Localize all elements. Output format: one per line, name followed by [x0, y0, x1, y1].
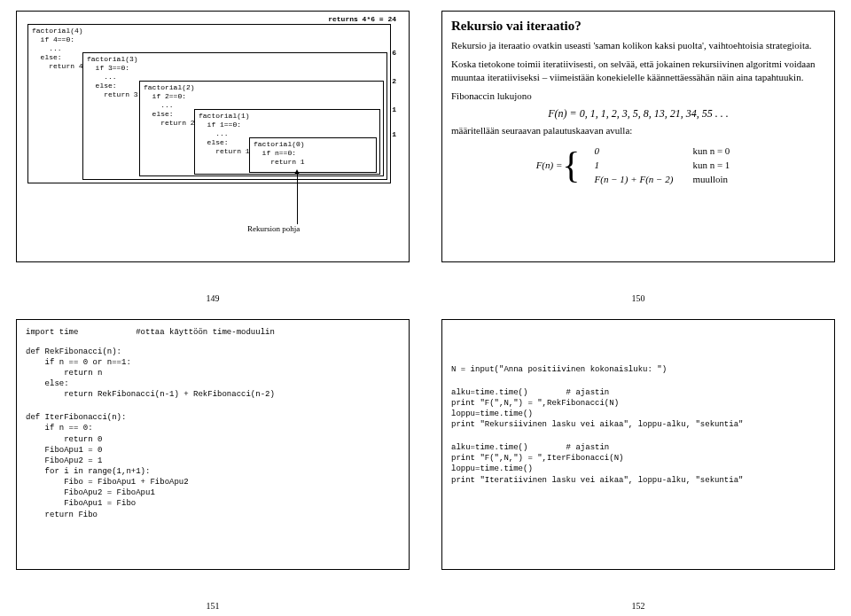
slide-152: N = input("Anna positiivinen kokonaisluk…	[426, 308, 851, 617]
code-box0: factorial(0) if n==0: return 1	[254, 140, 372, 167]
slide-150: Rekursio vai iteraatio? Rekursio ja iter…	[426, 0, 851, 308]
slide-151-body: import time #ottaa käyttöön time-moduuli…	[16, 319, 410, 571]
arrow-up-icon	[297, 173, 298, 224]
recursion-box-0: factorial(0) if n==0: return 1	[249, 137, 377, 173]
para-3: Fibonaccin lukujono	[451, 90, 825, 103]
rek-timer-block: alku=time.time() # ajastin print "F(",N,…	[451, 387, 825, 431]
case1-cond: kun n = 0	[683, 144, 738, 157]
page-number-152: 152	[426, 601, 851, 611]
page-number-150: 150	[426, 293, 851, 303]
fibonacci-sequence: F(n) = 0, 1, 1, 2, 3, 5, 8, 13, 21, 34, …	[451, 107, 825, 121]
page-number-149: 149	[0, 293, 426, 303]
case3-val: F(n − 1) + F(n − 2)	[586, 173, 683, 185]
slide-150-body: Rekursio vai iteraatio? Rekursio ja iter…	[441, 11, 835, 262]
left-brace-icon: {	[562, 146, 580, 183]
rek-fibonacci-def: def RekFibonacci(n): if n == 0 or n==1: …	[26, 347, 400, 401]
case3-cond: muulloin	[683, 173, 738, 185]
slide-152-body: N = input("Anna positiivinen kokonaisluk…	[441, 319, 835, 571]
para-1: Rekursio ja iteraatio ovatkin useasti 's…	[451, 39, 825, 52]
case2-cond: kun n = 1	[683, 159, 738, 171]
slide-149-body: returns 4*6 = 24 returns 3*2 = 6 returns…	[16, 11, 410, 262]
iter-fibonacci-def: def IterFibonacci(n): if n == 0: return …	[26, 412, 400, 519]
lhs: F(n) =	[536, 160, 563, 170]
cases-table: 0 kun n = 0 1 kun n = 1 F(n − 1) + F(n −…	[584, 143, 741, 187]
para-2: Koska tietokone toimii iteratiivisesti, …	[451, 58, 825, 84]
slide-149: returns 4*6 = 24 returns 3*2 = 6 returns…	[0, 0, 426, 308]
recursion-base-label: Rekursion pohja	[247, 224, 300, 233]
input-line: N = input("Anna positiivinen kokonaisluk…	[451, 364, 825, 375]
case1-val: 0	[586, 144, 683, 157]
import-line: import time #ottaa käyttöön time-moduuli…	[26, 327, 400, 338]
case2-val: 1	[586, 159, 683, 171]
ret-24: returns 4*6 = 24	[328, 15, 396, 23]
piecewise-definition: F(n) = { 0 kun n = 0 1 kun n = 1 F(n − 1…	[451, 143, 825, 187]
slide-151: import time #ottaa käyttöön time-moduuli…	[0, 308, 426, 617]
slide-title: Rekursio vai iteraatio?	[451, 19, 825, 34]
page-number-151: 151	[0, 601, 426, 611]
iter-timer-block: alku=time.time() # ajastin print "F(",N,…	[451, 442, 825, 486]
para-4: määritellään seuraavan palautuskaavan av…	[451, 124, 825, 137]
